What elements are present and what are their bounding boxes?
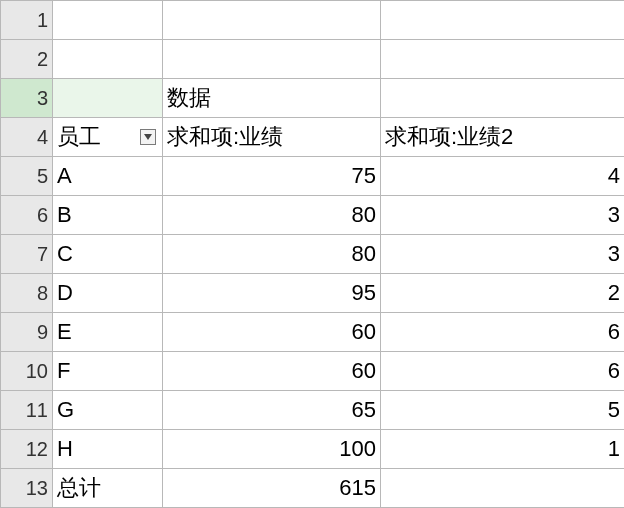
cell-employee[interactable]: A — [53, 157, 163, 196]
table-row: 2 — [1, 40, 625, 79]
cell-employee[interactable]: C — [53, 235, 163, 274]
spreadsheet-grid[interactable]: 1 2 3 数据 4 — [0, 0, 624, 508]
filter-dropdown-button[interactable] — [140, 129, 156, 145]
row-header[interactable]: 3 — [1, 79, 53, 118]
row-header[interactable]: 11 — [1, 391, 53, 430]
table-row: 6 B 80 3 — [1, 196, 625, 235]
row-header[interactable]: 12 — [1, 430, 53, 469]
cell-employee[interactable]: E — [53, 313, 163, 352]
chevron-down-icon — [144, 134, 152, 140]
spreadsheet-viewport: 1 2 3 数据 4 — [0, 0, 624, 508]
table-row: 10 F 60 6 — [1, 352, 625, 391]
cell-sum1[interactable]: 100 — [163, 430, 381, 469]
svg-marker-0 — [144, 134, 152, 140]
cell-employee[interactable]: D — [53, 274, 163, 313]
row-header[interactable]: 9 — [1, 313, 53, 352]
cell-sum1[interactable]: 80 — [163, 235, 381, 274]
cell-sum1[interactable]: 60 — [163, 352, 381, 391]
cell-employee[interactable]: G — [53, 391, 163, 430]
cell-sum1[interactable]: 80 — [163, 196, 381, 235]
cell-employee[interactable]: F — [53, 352, 163, 391]
cell-sum2[interactable]: 3 — [381, 196, 625, 235]
cell-A1[interactable] — [53, 1, 163, 40]
table-row: 3 数据 — [1, 79, 625, 118]
cell-sum2[interactable]: 4 — [381, 157, 625, 196]
row-header[interactable]: 13 — [1, 469, 53, 508]
total-sum2[interactable] — [381, 469, 625, 508]
table-row: 12 H 100 1 — [1, 430, 625, 469]
table-row: 13 总计 615 — [1, 469, 625, 508]
row-header[interactable]: 1 — [1, 1, 53, 40]
table-row: 8 D 95 2 — [1, 274, 625, 313]
cell-sum2[interactable]: 2 — [381, 274, 625, 313]
table-row: 11 G 65 5 — [1, 391, 625, 430]
table-row: 4 员工 求和项:业绩 求和项:业绩2 — [1, 118, 625, 157]
cell-C2[interactable] — [381, 40, 625, 79]
table-row: 1 — [1, 1, 625, 40]
cell-employee[interactable]: B — [53, 196, 163, 235]
row-header[interactable]: 6 — [1, 196, 53, 235]
pivot-row-field-header[interactable]: 员工 — [53, 118, 163, 157]
cell-C1[interactable] — [381, 1, 625, 40]
cell-sum1[interactable]: 65 — [163, 391, 381, 430]
cell-B1[interactable] — [163, 1, 381, 40]
cell-employee[interactable]: H — [53, 430, 163, 469]
column-header-sum2[interactable]: 求和项:业绩2 — [381, 118, 625, 157]
cell-sum2[interactable]: 6 — [381, 313, 625, 352]
row-header[interactable]: 7 — [1, 235, 53, 274]
table-row: 5 A 75 4 — [1, 157, 625, 196]
cell-A2[interactable] — [53, 40, 163, 79]
column-header-sum1[interactable]: 求和项:业绩 — [163, 118, 381, 157]
cell-C3[interactable] — [381, 79, 625, 118]
cell-sum1[interactable]: 95 — [163, 274, 381, 313]
row-header[interactable]: 10 — [1, 352, 53, 391]
row-header[interactable]: 8 — [1, 274, 53, 313]
table-row: 7 C 80 3 — [1, 235, 625, 274]
cell-sum2[interactable]: 5 — [381, 391, 625, 430]
cell-sum1[interactable]: 60 — [163, 313, 381, 352]
total-label[interactable]: 总计 — [53, 469, 163, 508]
cell-sum2[interactable]: 1 — [381, 430, 625, 469]
cell-sum2[interactable]: 6 — [381, 352, 625, 391]
row-header[interactable]: 5 — [1, 157, 53, 196]
cell-sum1[interactable]: 75 — [163, 157, 381, 196]
cell-A3[interactable] — [53, 79, 163, 118]
total-sum1[interactable]: 615 — [163, 469, 381, 508]
table-row: 9 E 60 6 — [1, 313, 625, 352]
row-header[interactable]: 4 — [1, 118, 53, 157]
column-header-employee: 员工 — [57, 122, 101, 152]
cell-sum2[interactable]: 3 — [381, 235, 625, 274]
cell-B2[interactable] — [163, 40, 381, 79]
row-header[interactable]: 2 — [1, 40, 53, 79]
pivot-group-header[interactable]: 数据 — [163, 79, 381, 118]
